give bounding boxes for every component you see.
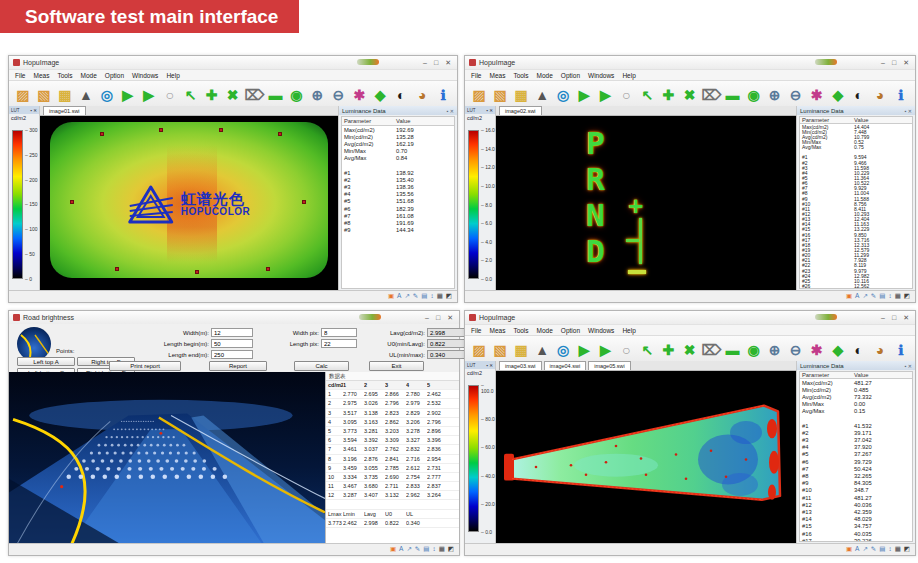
open-file-icon[interactable]: ▨ xyxy=(470,340,488,360)
cursor-status-icon[interactable]: A xyxy=(397,293,401,300)
zoom-in-icon[interactable]: ⊕ xyxy=(766,85,784,105)
stop-icon[interactable]: ○ xyxy=(161,85,179,105)
panel-pin-icon[interactable]: ▪ ✕ xyxy=(30,108,37,113)
pen-status-icon[interactable]: ✎ xyxy=(871,546,876,553)
zoom-out-icon[interactable]: ⊖ xyxy=(787,340,805,360)
menu-item[interactable]: Help xyxy=(166,72,179,79)
open-folder-icon[interactable]: ▧ xyxy=(35,85,53,105)
resize-status-icon[interactable]: ↕ xyxy=(888,293,891,300)
ellipse-roi-icon[interactable]: ◉ xyxy=(287,85,305,105)
menu-item[interactable]: File xyxy=(15,72,25,79)
play-icon[interactable]: ▶ xyxy=(119,85,137,105)
rect-roi-icon[interactable]: ▬ xyxy=(724,85,742,105)
mask-status-icon[interactable]: ◩ xyxy=(904,546,910,553)
layers-status-icon[interactable]: ▤ xyxy=(421,293,427,300)
open-file-icon[interactable]: ▨ xyxy=(14,85,32,105)
measure-point-marker[interactable] xyxy=(278,132,282,136)
play-continuous-icon[interactable]: ▶ xyxy=(596,340,614,360)
contrast-icon[interactable]: ◐ xyxy=(850,340,868,360)
delete-point-icon[interactable]: ✖ xyxy=(224,85,242,105)
image-view[interactable] xyxy=(496,371,796,544)
measure-point-marker[interactable] xyxy=(302,200,306,204)
image-tab[interactable]: image01.swi xyxy=(43,106,86,115)
print-report-button[interactable]: Print report xyxy=(109,361,181,371)
resize-status-icon[interactable]: ↕ xyxy=(432,546,435,553)
close-button[interactable]: ✕ xyxy=(903,59,909,67)
maximize-button[interactable]: □ xyxy=(434,59,438,67)
minimize-button[interactable]: – xyxy=(881,59,885,67)
cursor-status-icon[interactable]: A xyxy=(855,546,859,553)
left-top-a-button[interactable]: Left top A xyxy=(17,357,75,366)
menu-item[interactable]: Meas xyxy=(33,72,49,79)
diamond-icon[interactable]: ◆ xyxy=(829,85,847,105)
color-map-icon[interactable]: ✱ xyxy=(808,340,826,360)
measure-point-marker[interactable] xyxy=(266,267,270,271)
menu-item[interactable]: Windows xyxy=(132,72,158,79)
add-point-icon[interactable]: ✚ xyxy=(659,85,677,105)
pen-status-icon[interactable]: ✎ xyxy=(415,546,420,553)
menu-item[interactable]: Windows xyxy=(588,72,614,79)
menu-item[interactable]: Option xyxy=(105,72,124,79)
diamond-icon[interactable]: ◆ xyxy=(829,340,847,360)
arrow-status-icon[interactable]: ↗ xyxy=(404,293,409,300)
open-file-icon[interactable]: ▨ xyxy=(470,85,488,105)
report-button[interactable]: Report xyxy=(209,361,267,371)
arrow-status-icon[interactable]: ↗ xyxy=(862,546,867,553)
save-icon[interactable]: ▦ xyxy=(512,340,530,360)
menu-item[interactable]: File xyxy=(471,72,481,79)
select-cursor-icon[interactable]: ↖ xyxy=(638,85,656,105)
capture-icon[interactable]: ◎ xyxy=(98,85,116,105)
image-tab[interactable]: image04.swi xyxy=(544,361,587,370)
image-tab[interactable]: image05.swi xyxy=(588,361,631,370)
layers-status-icon[interactable]: ▤ xyxy=(879,546,885,553)
color-map-icon[interactable]: ✱ xyxy=(350,85,368,105)
mask-status-icon[interactable]: ◩ xyxy=(904,293,910,300)
resize-status-icon[interactable]: ↕ xyxy=(888,546,891,553)
menu-item[interactable]: Tools xyxy=(513,72,528,79)
export-icon[interactable]: ▲ xyxy=(533,85,551,105)
width-pix-input[interactable] xyxy=(321,328,357,337)
play-icon[interactable]: ▶ xyxy=(575,85,593,105)
length-begin-input[interactable] xyxy=(211,339,253,348)
save-icon[interactable]: ▦ xyxy=(56,85,74,105)
measure-point-marker[interactable] xyxy=(70,200,74,204)
image-view[interactable]: PRND + xyxy=(496,116,796,291)
open-folder-icon[interactable]: ▧ xyxy=(491,340,509,360)
export-icon[interactable]: ▲ xyxy=(77,85,95,105)
table-status-icon[interactable]: ▦ xyxy=(895,293,901,300)
palette-icon[interactable]: ◕ xyxy=(871,340,889,360)
trash-icon[interactable]: ⌦ xyxy=(702,85,721,105)
capture-icon[interactable]: ◎ xyxy=(554,340,572,360)
exit-button[interactable]: Exit xyxy=(369,361,424,371)
zoom-in-icon[interactable]: ⊕ xyxy=(308,85,326,105)
menu-item[interactable]: Tools xyxy=(513,327,528,334)
ellipse-roi-icon[interactable]: ◉ xyxy=(745,340,763,360)
trash-icon[interactable]: ⌦ xyxy=(702,340,721,360)
pen-status-icon[interactable]: ✎ xyxy=(871,293,876,300)
grid-status-icon[interactable]: ▣ xyxy=(846,546,852,553)
zoom-out-icon[interactable]: ⊖ xyxy=(787,85,805,105)
open-folder-icon[interactable]: ▧ xyxy=(491,85,509,105)
panel-close-icon[interactable]: ▪ ✕ xyxy=(905,363,912,369)
select-cursor-icon[interactable]: ↖ xyxy=(638,340,656,360)
contrast-icon[interactable]: ◐ xyxy=(850,85,868,105)
title-bar[interactable]: HopuImage – □ ✕ xyxy=(465,56,915,69)
palette-icon[interactable]: ◕ xyxy=(871,85,889,105)
trash-icon[interactable]: ⌦ xyxy=(244,85,263,105)
stop-icon[interactable]: ○ xyxy=(617,340,635,360)
table-status-icon[interactable]: ▦ xyxy=(895,546,901,553)
menu-item[interactable]: Mode xyxy=(537,327,553,334)
minimize-button[interactable]: – xyxy=(423,59,427,67)
play-continuous-icon[interactable]: ▶ xyxy=(596,85,614,105)
road-image-view[interactable] xyxy=(9,372,325,544)
measure-point-marker[interactable] xyxy=(195,270,199,274)
panel-close-icon[interactable]: ▪ ✕ xyxy=(905,108,912,114)
resize-status-icon[interactable]: ↕ xyxy=(430,293,433,300)
grid-status-icon[interactable]: ▣ xyxy=(388,293,394,300)
title-bar[interactable]: HopuImage – □ ✕ xyxy=(9,56,457,69)
cursor-status-icon[interactable]: A xyxy=(855,293,859,300)
mask-status-icon[interactable]: ◩ xyxy=(446,293,452,300)
menu-item[interactable]: Mode xyxy=(81,72,97,79)
close-button[interactable]: ✕ xyxy=(903,314,909,322)
title-bar[interactable]: HopuImage – □ ✕ xyxy=(465,311,915,324)
